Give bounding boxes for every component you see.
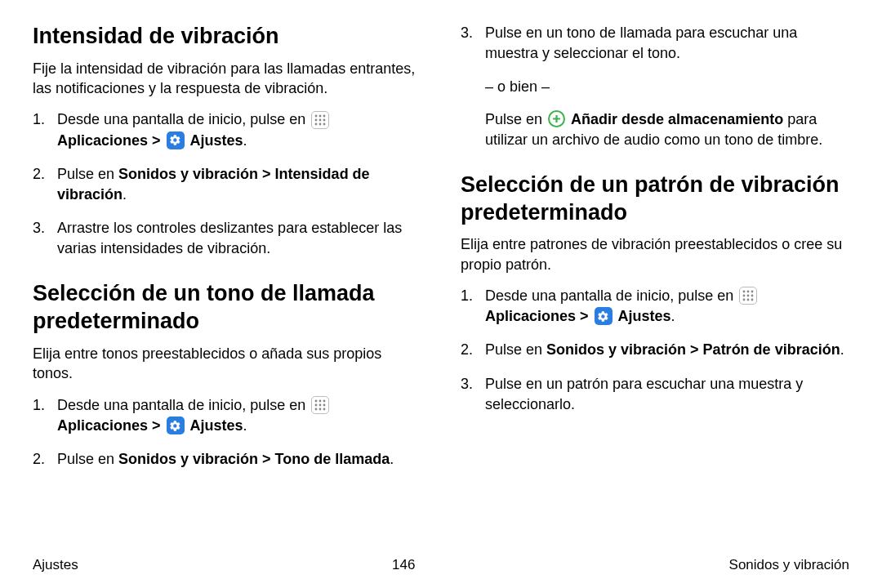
step-text-pre: Pulse en (57, 451, 118, 467)
period: . (243, 132, 247, 149)
intro-default-vibration-pattern: Elija entre patrones de vibración preest… (461, 234, 849, 274)
step-text-pre: Pulse en (57, 166, 118, 182)
right-column: Pulse en un tono de llamada para escucha… (461, 23, 849, 546)
step-text-bold: Sonidos y vibración > Tono de llamada (118, 451, 390, 467)
intro-default-ringtone: Elija entre tonos preestablecidos o añad… (33, 344, 421, 384)
footer-page-number: 146 (392, 557, 415, 573)
svg-point-20 (751, 291, 754, 293)
svg-point-10 (319, 399, 322, 402)
gear-icon (167, 416, 185, 434)
apps-grid-icon (311, 111, 329, 129)
step-text: Desde una pantalla de inicio, pulse en (485, 287, 737, 304)
svg-point-26 (751, 299, 754, 301)
step-2: Pulse en Sonidos y vibración > Patrón de… (461, 340, 849, 360)
settings-label: Ajustes (190, 417, 243, 434)
svg-point-18 (743, 291, 746, 293)
left-column: Intensidad de vibración Fije la intensid… (33, 23, 421, 546)
svg-point-25 (747, 299, 750, 301)
svg-point-11 (323, 399, 326, 402)
svg-point-15 (315, 408, 318, 410)
svg-point-13 (319, 403, 322, 406)
svg-point-2 (323, 114, 326, 117)
two-column-layout: Intensidad de vibración Fije la intensid… (33, 23, 849, 546)
apps-label: Aplicaciones (57, 417, 148, 434)
plus-circle-icon (548, 110, 565, 127)
settings-label: Ajustes (618, 308, 671, 324)
period: . (840, 341, 844, 358)
svg-point-12 (315, 403, 318, 406)
add-label: Añadir desde almacenamiento (571, 111, 783, 127)
settings-label: Ajustes (190, 132, 243, 149)
svg-point-24 (743, 299, 746, 301)
steps-default-ringtone: Desde una pantalla de inicio, pulse en A… (33, 395, 421, 470)
text-pre: Pulse en (485, 111, 546, 127)
svg-point-7 (319, 122, 322, 125)
sep: > (576, 308, 593, 324)
svg-point-8 (323, 122, 326, 125)
step-3: Pulse en un tono de llamada para escucha… (461, 23, 849, 64)
sep: > (148, 132, 165, 149)
intro-vibration-intensity: Fije la intensidad de vibración para las… (33, 59, 421, 99)
svg-point-4 (319, 118, 322, 121)
steps-ringtone-continued: Pulse en un tono de llamada para escucha… (461, 23, 849, 64)
apps-grid-icon (311, 396, 329, 414)
step-text-pre: Pulse en (485, 341, 546, 358)
svg-point-22 (747, 295, 750, 297)
step-1: Desde una pantalla de inicio, pulse en A… (461, 286, 849, 327)
footer-right: Sonidos y vibración (729, 557, 849, 573)
svg-point-0 (315, 114, 318, 117)
step-text: Desde una pantalla de inicio, pulse en (57, 397, 310, 413)
apps-label: Aplicaciones (485, 308, 576, 324)
svg-point-6 (315, 122, 318, 125)
step-1: Desde una pantalla de inicio, pulse en A… (33, 109, 421, 150)
period: . (243, 417, 247, 434)
svg-point-23 (751, 295, 754, 297)
gear-icon (595, 307, 612, 325)
footer-left: Ajustes (33, 557, 78, 573)
step-2: Pulse en Sonidos y vibración > Tono de l… (33, 449, 421, 470)
steps-vibration-intensity: Desde una pantalla de inicio, pulse en A… (33, 109, 421, 259)
heading-default-vibration-pattern: Selección de un patrón de vibración pred… (461, 172, 849, 227)
heading-vibration-intensity: Intensidad de vibración (33, 23, 421, 51)
steps-vibration-pattern: Desde una pantalla de inicio, pulse en A… (461, 286, 849, 415)
svg-point-9 (315, 399, 318, 402)
svg-point-19 (747, 291, 750, 293)
step-3: Pulse en un patrón para escuchar una mue… (461, 374, 849, 415)
svg-point-1 (319, 114, 322, 117)
svg-point-5 (323, 118, 326, 121)
period: . (390, 451, 394, 467)
svg-point-14 (323, 403, 326, 406)
page-footer: Ajustes 146 Sonidos y vibración (33, 557, 849, 573)
add-from-storage: Pulse en Añadir desde almacenamiento par… (461, 109, 849, 150)
gear-icon (167, 131, 185, 149)
step-1: Desde una pantalla de inicio, pulse en A… (33, 395, 421, 436)
or-divider: – o bien – (461, 77, 849, 97)
step-2: Pulse en Sonidos y vibración > Intensida… (33, 164, 421, 205)
period: . (122, 186, 127, 203)
period: . (671, 308, 675, 324)
step-3: Arrastre los controles deslizantes para … (33, 218, 421, 259)
svg-point-3 (315, 118, 318, 121)
svg-point-21 (743, 295, 746, 297)
svg-point-17 (323, 408, 326, 410)
step-text: Desde una pantalla de inicio, pulse en (57, 111, 310, 127)
apps-grid-icon (739, 287, 757, 305)
step-text-bold: Sonidos y vibración > Patrón de vibració… (546, 341, 840, 358)
apps-label: Aplicaciones (57, 132, 148, 149)
svg-point-16 (319, 408, 322, 410)
sep: > (148, 417, 165, 434)
heading-default-ringtone: Selección de un tono de llamada predeter… (33, 280, 421, 336)
